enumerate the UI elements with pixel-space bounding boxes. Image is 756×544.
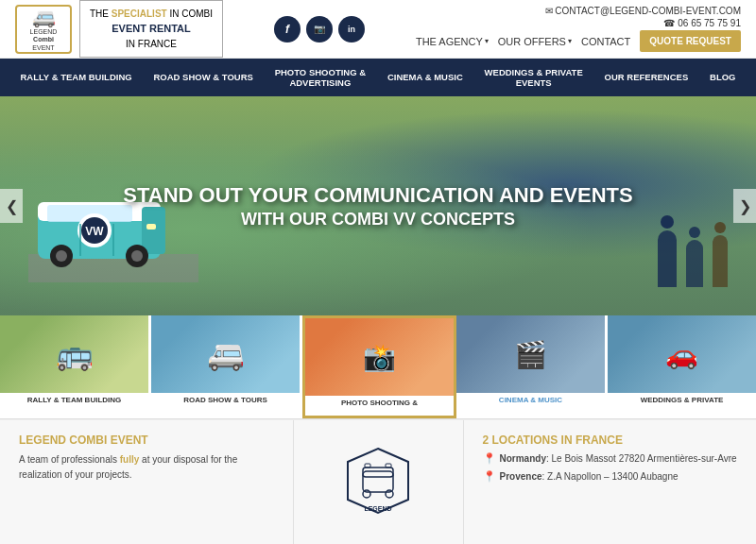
contact-phone: ☎ 06 65 75 75 91: [663, 18, 741, 28]
specialist-word: SPECIALIST: [112, 8, 167, 19]
thumb-label-rally: RALLY & TEAM BUILDING: [26, 393, 124, 405]
logo-text: LEGENDCombiEVENT: [30, 28, 58, 52]
thumb-icon-weddings: 🚗: [665, 339, 698, 370]
thumb-roadshow[interactable]: 🚐 ROAD SHOW & TOURS: [151, 315, 302, 418]
top-nav-contact[interactable]: CONTACT: [581, 36, 630, 47]
linkedin-icon[interactable]: in: [338, 16, 365, 42]
phone-number: 06 65 75 75 91: [678, 18, 741, 28]
nav-photo[interactable]: PHOTO SHOOTING &ADVERTISING: [269, 67, 371, 89]
quote-request-button[interactable]: QUOTE REQUEST: [640, 30, 741, 52]
specialist-in: IN COMBI: [167, 8, 213, 19]
specialist-in-france: IN FRANCE: [126, 39, 177, 49]
specialist-the: THE: [90, 8, 112, 19]
agency-arrow: ▾: [485, 37, 489, 45]
svg-point-9: [56, 250, 67, 262]
location-1: 📍 Normandy: Le Bois Massot 27820 Armenti…: [483, 452, 738, 466]
svg-rect-17: [363, 468, 393, 477]
footer-right: 2 LOCATIONS IN FRANCE 📍 Normandy: Le Boi…: [464, 420, 757, 544]
nav-cinema[interactable]: CINEMA & MUSIC: [382, 72, 469, 82]
top-nav-links: THE AGENCY ▾ OUR OFFERS ▾ CONTACT QUOTE …: [416, 30, 741, 52]
hero-next-button[interactable]: ❯: [733, 189, 756, 223]
thumb-label-cinema: CINEMA & MUSIC: [497, 393, 564, 405]
facebook-icon[interactable]: f: [274, 16, 301, 42]
footer-bold-word: fully: [120, 454, 140, 465]
footer-text-before: A team of professionals: [19, 454, 120, 465]
location-text-2: Provence: Z.A Napollon – 13400 Aubagne: [500, 470, 679, 484]
svg-text:LEGEND: LEGEND: [364, 505, 391, 512]
logo-box: 🚐 LEGENDCombiEVENT: [15, 5, 72, 54]
instagram-icon[interactable]: 📷: [306, 16, 333, 42]
nav-references[interactable]: OUR REFERENCES: [599, 72, 695, 82]
hero-headline-2: WITH OUR COMBI VV CONCEPTS: [123, 210, 632, 230]
nav-roadshow[interactable]: ROAD SHOW & TOURS: [147, 72, 258, 82]
offers-arrow: ▾: [568, 37, 572, 45]
thumb-weddings[interactable]: 🚗 WEDDINGS & PRIVATE: [608, 315, 756, 418]
thumb-img-cinema: 🎬: [456, 315, 605, 393]
contact-email: ✉ CONTACT@LEGEND-COMBI-EVENT.COM: [545, 6, 741, 16]
logo-icon: 🚐: [32, 6, 56, 28]
thumb-icon-rally: 🚌: [56, 336, 94, 372]
thumb-icon-roadshow: 🚐: [207, 336, 245, 372]
location-text-1: Normandy: Le Bois Massot 27820 Armentièr…: [500, 452, 737, 466]
svg-point-11: [131, 250, 143, 262]
hero-headline-1: STAND OUT YOUR COMMUNICATION AND EVENTS: [123, 182, 632, 210]
nav-weddings[interactable]: WEDDINGS & PRIVATEEVENTS: [479, 67, 589, 89]
thumb-photo[interactable]: 📸 PHOTO SHOOTING &: [302, 315, 456, 418]
thumb-img-rally: 🚌: [0, 315, 148, 393]
svg-point-19: [386, 490, 393, 498]
hero-people: [658, 230, 728, 287]
footer-right-title: 2 LOCATIONS IN FRANCE: [483, 434, 738, 447]
thumb-img-roadshow: 🚐: [151, 315, 300, 393]
contact-info: ✉ CONTACT@LEGEND-COMBI-EVENT.COM ☎ 06 65…: [416, 6, 741, 52]
person-3: [713, 235, 728, 287]
thumb-img-photo: 📸: [305, 318, 454, 396]
thumb-img-weddings: 🚗: [608, 315, 756, 393]
thumb-icon-photo: 📸: [363, 342, 396, 373]
location-pin-2: 📍: [483, 470, 496, 483]
nav-rally[interactable]: RALLY & TEAM BUILDING: [14, 72, 137, 82]
footer-section: LEGEND COMBI EVENT A team of professiona…: [0, 419, 756, 544]
footer-left-title: LEGEND COMBI EVENT: [19, 434, 274, 447]
social-icons: f 📷 in: [274, 16, 365, 42]
main-nav: RALLY & TEAM BUILDING ROAD SHOW & TOURS …: [0, 59, 756, 96]
footer-left-text: A team of professionals fully at your di…: [19, 452, 274, 483]
top-nav-offers[interactable]: OUR OFFERS ▾: [498, 36, 572, 47]
person-1: [658, 230, 677, 287]
svg-text:VW: VW: [85, 225, 104, 238]
location-pin-1: 📍: [483, 452, 496, 465]
thumb-label-photo: PHOTO SHOOTING &: [339, 396, 420, 408]
footer-left: LEGEND COMBI EVENT A team of professiona…: [0, 420, 294, 544]
thumb-rally[interactable]: 🚌 RALLY & TEAM BUILDING: [0, 315, 151, 418]
hero-prev-button[interactable]: ❮: [0, 189, 23, 223]
svg-rect-16: [363, 471, 393, 492]
thumbnails-section: 🚌 RALLY & TEAM BUILDING 🚐 ROAD SHOW & TO…: [0, 315, 756, 419]
nav-blog[interactable]: BLOG: [704, 72, 741, 82]
event-rental-text: EVENT RENTAL: [112, 23, 191, 34]
footer-center: LEGEND: [294, 420, 464, 544]
location-2: 📍 Provence: Z.A Napollon – 13400 Aubagne: [483, 470, 738, 484]
footer-logo-svg: LEGEND: [340, 445, 416, 520]
logo-area: 🚐 LEGENDCombiEVENT THE SPECIALIST IN COM…: [15, 0, 223, 58]
thumb-icon-cinema: 🎬: [514, 339, 547, 370]
hero-text: STAND OUT YOUR COMMUNICATION AND EVENTS …: [123, 182, 632, 230]
hero-section: VW ❮ STAND OUT YOUR COMMUNICATION AND EV…: [0, 96, 756, 315]
svg-marker-15: [348, 449, 408, 513]
specialist-box: THE SPECIALIST IN COMBI EVENT RENTAL IN …: [79, 0, 223, 58]
top-nav-agency[interactable]: THE AGENCY ▾: [416, 36, 489, 47]
svg-point-18: [363, 490, 370, 498]
phone-icon: ☎: [663, 18, 675, 28]
thumb-cinema[interactable]: 🎬 CINEMA & MUSIC: [456, 315, 608, 418]
person-2: [686, 240, 703, 287]
thumb-label-roadshow: ROAD SHOW & TOURS: [181, 393, 269, 405]
top-bar: 🚐 LEGENDCombiEVENT THE SPECIALIST IN COM…: [0, 0, 756, 59]
thumb-label-weddings: WEDDINGS & PRIVATE: [639, 393, 726, 405]
